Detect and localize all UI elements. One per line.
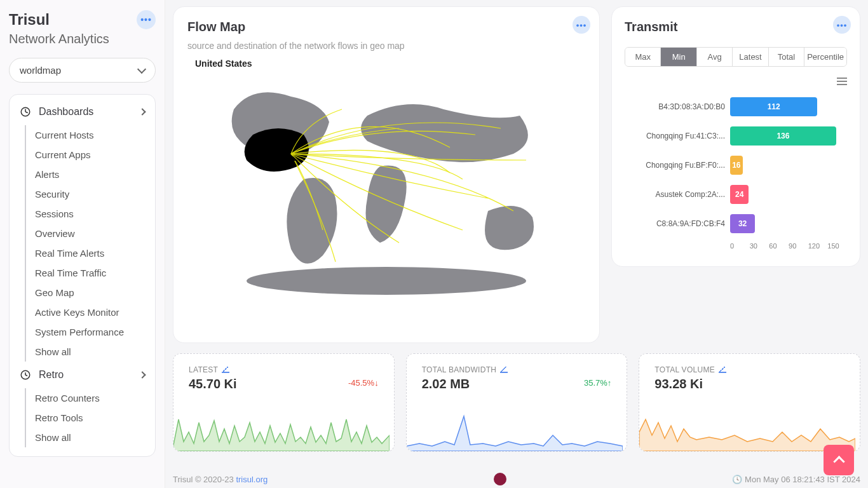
transmit-card: ••• Transmit MaxMinAvgLatestTotalPercent… bbox=[611, 6, 860, 267]
nav-section-dashboards[interactable]: Dashboards bbox=[10, 101, 155, 123]
clock-icon bbox=[20, 369, 31, 381]
tab-latest[interactable]: Latest bbox=[733, 48, 768, 66]
context-selector[interactable]: worldmap bbox=[9, 58, 156, 83]
tab-avg[interactable]: Avg bbox=[697, 48, 733, 66]
stat-value: 2.02 MB bbox=[422, 377, 508, 391]
tab-max[interactable]: Max bbox=[625, 48, 661, 66]
stat-card-volume: TOTAL VOLUME 93.28 Ki bbox=[639, 353, 860, 452]
bar-row: Chongqing Fu:41:C3:...136 bbox=[625, 121, 847, 151]
world-map[interactable] bbox=[187, 71, 585, 300]
chart-line-icon bbox=[500, 367, 508, 373]
sidebar-item[interactable]: Security bbox=[26, 184, 155, 204]
brand-subtitle: Network Analytics bbox=[9, 32, 156, 46]
bar-fill[interactable]: 112 bbox=[730, 97, 817, 116]
bar-label: B4:3D:08:3A:D0:B0 bbox=[625, 102, 730, 111]
nav-card: Dashboards Current HostsCurrent AppsAler… bbox=[9, 94, 156, 457]
stat-value: 45.70 Ki bbox=[189, 377, 237, 391]
nav-section-label: Retro bbox=[39, 369, 64, 381]
bar-label: Chongqing Fu:BF:F0:... bbox=[625, 161, 730, 170]
sidebar-item[interactable]: Current Hosts bbox=[26, 125, 155, 145]
footer-link[interactable]: trisul.org bbox=[236, 475, 268, 484]
sidebar-item[interactable]: Real Time Alerts bbox=[26, 243, 155, 263]
bar-row: Chongqing Fu:BF:F0:...16 bbox=[625, 151, 847, 180]
sidebar-item[interactable]: Current Apps bbox=[26, 145, 155, 165]
bar-label: Asustek Comp:2A:... bbox=[625, 190, 730, 199]
sidebar-item[interactable]: Sessions bbox=[26, 204, 155, 224]
sparkline bbox=[173, 407, 390, 451]
stat-value: 93.28 Ki bbox=[654, 377, 726, 391]
transmit-bar-chart: B4:3D:08:3A:D0:B0112Chongqing Fu:41:C3:.… bbox=[625, 92, 847, 257]
stat-change: 35.7%↑ bbox=[584, 378, 611, 388]
bar-fill[interactable]: 16 bbox=[730, 156, 743, 175]
sidebar-item[interactable]: Show all bbox=[26, 428, 155, 447]
brand-title: Trisul bbox=[9, 11, 50, 29]
sidebar-item[interactable]: System Performance bbox=[26, 322, 155, 342]
card-more-button[interactable]: ••• bbox=[833, 16, 851, 34]
stat-title: LATEST bbox=[189, 365, 237, 374]
chevron-down-icon bbox=[137, 64, 146, 73]
sidebar-item[interactable]: Real Time Traffic bbox=[26, 263, 155, 283]
stat-change: -45.5%↓ bbox=[348, 378, 379, 388]
stat-card-latest: LATEST 45.70 Ki -45.5%↓ bbox=[173, 353, 395, 452]
sparkline bbox=[639, 407, 855, 451]
dashboard-icon bbox=[20, 106, 31, 118]
footer: Trisul © 2020-23 trisul.org 🕓 Mon May 06… bbox=[173, 470, 860, 488]
chevron-right-icon bbox=[139, 371, 146, 378]
flow-map-title: Flow Map bbox=[187, 20, 585, 34]
footer-copyright: Trisul © 2020-23 trisul.org bbox=[173, 475, 268, 484]
bar-fill[interactable]: 136 bbox=[730, 126, 836, 146]
svg-point-2 bbox=[247, 267, 526, 295]
nav-section-retro[interactable]: Retro bbox=[10, 364, 155, 386]
sidebar-item[interactable]: Retro Tools bbox=[26, 408, 155, 428]
bar-row: B4:3D:08:3A:D0:B0112 bbox=[625, 92, 847, 121]
sidebar-item[interactable]: Geo Map bbox=[26, 283, 155, 302]
flow-map-region-label: United States bbox=[195, 58, 585, 69]
chevron-right-icon bbox=[139, 108, 146, 115]
bar-label: C8:8A:9A:FD:CB:F4 bbox=[625, 219, 730, 228]
sidebar-item[interactable]: Active Keys Monitor bbox=[26, 302, 155, 322]
nav-section-label: Dashboards bbox=[39, 106, 93, 118]
stat-title: TOTAL BANDWIDTH bbox=[422, 365, 508, 374]
sidebar: Trisul ••• Network Analytics worldmap Da… bbox=[0, 0, 165, 488]
bar-fill[interactable]: 32 bbox=[730, 214, 755, 233]
footer-logo-icon bbox=[494, 473, 506, 485]
transmit-tabs: MaxMinAvgLatestTotalPercentile bbox=[625, 47, 847, 67]
tab-min[interactable]: Min bbox=[661, 48, 696, 66]
transmit-title: Transmit bbox=[625, 20, 847, 34]
card-more-button[interactable]: ••• bbox=[573, 16, 590, 34]
tab-total[interactable]: Total bbox=[769, 48, 804, 66]
sidebar-item[interactable]: Overview bbox=[26, 224, 155, 243]
bar-label: Chongqing Fu:41:C3:... bbox=[625, 132, 730, 140]
stat-title: TOTAL VOLUME bbox=[654, 365, 726, 374]
brand-menu-button[interactable]: ••• bbox=[137, 10, 156, 29]
flow-map-subtitle: source and destination of the network fl… bbox=[187, 41, 585, 51]
bar-fill[interactable]: 24 bbox=[730, 185, 749, 204]
bar-row: C8:8A:9A:FD:CB:F432 bbox=[625, 209, 847, 238]
sidebar-item[interactable]: Retro Counters bbox=[26, 388, 155, 408]
scroll-top-button[interactable] bbox=[824, 445, 854, 475]
main-content: ••• Flow Map source and destination of t… bbox=[165, 0, 868, 488]
footer-timestamp: 🕓 Mon May 06 18:21:43 IST 2024 bbox=[732, 475, 860, 484]
stat-card-bandwidth: TOTAL BANDWIDTH 2.02 MB 35.7%↑ bbox=[406, 353, 628, 452]
chart-menu-icon[interactable] bbox=[837, 81, 847, 82]
sidebar-item[interactable]: Show all bbox=[26, 342, 155, 362]
chart-line-icon bbox=[719, 367, 726, 373]
tab-percentile[interactable]: Percentile bbox=[804, 48, 846, 66]
flow-map-card: ••• Flow Map source and destination of t… bbox=[173, 6, 600, 343]
sidebar-item[interactable]: Alerts bbox=[26, 165, 155, 184]
bar-row: Asustek Comp:2A:...24 bbox=[625, 180, 847, 209]
context-selector-value: worldmap bbox=[20, 65, 61, 76]
chart-line-icon bbox=[222, 367, 229, 373]
sparkline bbox=[407, 407, 623, 451]
